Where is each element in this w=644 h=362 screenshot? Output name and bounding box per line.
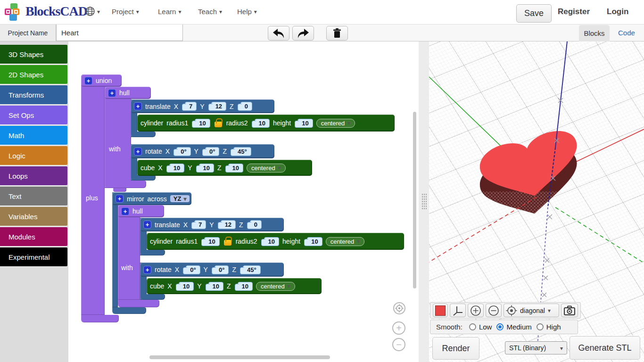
rotate1-z-field[interactable]: 45°: [233, 147, 251, 156]
blockly-workspace[interactable]: union plus hull with translate X 7 Y 12 …: [68, 41, 419, 362]
mutator-plus-icon[interactable]: [134, 148, 142, 156]
zoom-in-button[interactable]: [468, 304, 484, 317]
cube1-block[interactable]: cube X 10 Y 10 Z 10 centered: [137, 160, 312, 176]
radio-smooth-medium[interactable]: [496, 323, 504, 330]
tab-blocks[interactable]: Blocks: [579, 25, 610, 41]
cylinder2-radius2-field[interactable]: 10: [264, 237, 279, 246]
redo-button[interactable]: [292, 26, 314, 41]
trash-button[interactable]: [326, 26, 348, 41]
cylinder2-radius1-field[interactable]: 10: [204, 237, 219, 246]
cube2-x-field[interactable]: 10: [179, 282, 194, 291]
category-loops[interactable]: Loops: [0, 166, 67, 185]
cylinder1-radius1-field[interactable]: 10: [195, 119, 210, 128]
category-variables[interactable]: Variables: [0, 207, 67, 226]
radio-smooth-high-label[interactable]: High: [546, 323, 561, 331]
login-link[interactable]: Login: [607, 7, 628, 16]
workspace-zoom-in-button[interactable]: +: [392, 321, 405, 335]
menu-help[interactable]: Help: [237, 8, 257, 16]
undo-button[interactable]: [268, 26, 289, 41]
rotate1-block[interactable]: rotate X 0° Y 0° Z 45°: [131, 144, 274, 158]
menu-project[interactable]: Project: [112, 8, 139, 16]
mutator-plus-icon[interactable]: [108, 89, 116, 97]
rotate1-y-field[interactable]: 0°: [205, 147, 219, 156]
translate1-z-field[interactable]: 0: [240, 102, 252, 111]
language-menu[interactable]: [85, 6, 100, 16]
translate1-y-field[interactable]: 12: [211, 102, 226, 111]
cylinder1-radius2-field[interactable]: 10: [255, 119, 270, 128]
project-name-input[interactable]: [56, 25, 183, 41]
mutator-plus-icon[interactable]: [121, 207, 129, 215]
screenshot-button[interactable]: [561, 304, 578, 317]
category-3d-shapes[interactable]: 3D Shapes: [0, 45, 67, 64]
rotate2-x-field[interactable]: 0°: [186, 265, 200, 274]
radio-smooth-high[interactable]: [537, 323, 544, 330]
generate-stl-button[interactable]: Generate STL: [570, 336, 640, 360]
render-button[interactable]: Render: [432, 337, 479, 360]
category-experimental[interactable]: Experimental: [0, 247, 67, 266]
translate2-x-field[interactable]: 7: [194, 220, 206, 229]
category-2d-shapes[interactable]: 2D Shapes: [0, 65, 67, 84]
view-preset-control[interactable]: diagonal: [504, 304, 559, 317]
radio-smooth-medium-label[interactable]: Medium: [506, 323, 531, 331]
translate2-block[interactable]: translate X 7 Y 12 Z 0: [140, 218, 284, 231]
save-button[interactable]: Save: [516, 4, 552, 23]
rotate2-block[interactable]: rotate X 0° Y 0° Z 45°: [140, 263, 284, 277]
category-logic[interactable]: Logic: [0, 146, 67, 165]
radio-smooth-low-label[interactable]: Low: [479, 323, 492, 331]
cylinder1-block[interactable]: cylinder radius1 10 radius2 10 height 10…: [137, 115, 395, 132]
cube1-centered-dropdown[interactable]: centered: [247, 164, 286, 173]
tab-code[interactable]: Code: [618, 29, 635, 37]
render-viewport[interactable]: diagonal Smooth: Low Medium High Render …: [429, 41, 644, 362]
mirror-block[interactable]: mirror across YZ: [112, 192, 191, 205]
mutator-plus-icon[interactable]: [143, 266, 151, 274]
cube1-y-field[interactable]: 10: [199, 164, 214, 173]
category-modules[interactable]: Modules: [0, 227, 67, 246]
menu-learn[interactable]: Learn: [158, 8, 181, 16]
vertical-scrollbar[interactable]: [413, 112, 416, 288]
cube2-block[interactable]: cube X 10 Y 10 Z 10 centered: [147, 278, 322, 294]
zoom-out-button[interactable]: [486, 304, 502, 317]
union-block[interactable]: union: [81, 74, 122, 87]
radio-smooth-low[interactable]: [469, 323, 476, 330]
category-set-ops[interactable]: Set Ops: [0, 106, 67, 124]
rotate2-y-field[interactable]: 0°: [215, 265, 229, 274]
cylinder2-block[interactable]: cylinder radius1 10 radius2 10 height 10…: [147, 233, 404, 250]
cube1-x-field[interactable]: 10: [169, 164, 184, 173]
cube1-z-field[interactable]: 10: [228, 164, 243, 173]
translate2-y-field[interactable]: 12: [221, 220, 236, 229]
category-text[interactable]: Text: [0, 187, 67, 206]
translate1-block[interactable]: translate X 7 Y 12 Z 0: [131, 99, 274, 113]
cylinder1-centered-dropdown[interactable]: centered: [316, 119, 355, 128]
cube2-y-field[interactable]: 10: [208, 282, 223, 291]
export-format-select[interactable]: STL (Binary): [505, 341, 567, 354]
rotate2-z-field[interactable]: 45°: [243, 265, 261, 274]
cylinder1-height-field[interactable]: 10: [297, 119, 313, 128]
category-math[interactable]: Math: [0, 126, 67, 145]
mutator-plus-icon[interactable]: [134, 102, 142, 110]
mutator-plus-icon[interactable]: [143, 221, 151, 229]
menu-teach[interactable]: Teach: [198, 8, 222, 16]
workspace-zoom-reset-button[interactable]: [393, 302, 405, 314]
mutator-plus-icon[interactable]: [116, 195, 124, 203]
hull1-block[interactable]: hull: [105, 87, 151, 99]
cylinder2-height-field[interactable]: 10: [307, 237, 322, 246]
lock-icon[interactable]: [224, 240, 231, 246]
axes-toggle-button[interactable]: [450, 304, 466, 317]
register-link[interactable]: Register: [558, 7, 590, 16]
view-preset-dropdown[interactable]: diagonal: [517, 307, 553, 314]
mirror-plane-dropdown[interactable]: YZ: [170, 195, 190, 202]
cube2-z-field[interactable]: 10: [238, 282, 253, 291]
color-picker-button[interactable]: [433, 304, 448, 317]
category-transforms[interactable]: Transforms: [0, 85, 67, 104]
workspace-zoom-out-button[interactable]: −: [392, 338, 405, 351]
cube2-centered-dropdown[interactable]: centered: [256, 282, 295, 291]
translate1-x-field[interactable]: 7: [185, 102, 197, 111]
horizontal-scrollbar[interactable]: [149, 355, 330, 359]
cylinder2-centered-dropdown[interactable]: centered: [326, 237, 365, 246]
lock-icon[interactable]: [215, 122, 222, 127]
translate2-z-field[interactable]: 0: [250, 220, 262, 229]
panel-resize-divider[interactable]: [419, 41, 429, 362]
rotate1-x-field[interactable]: 0°: [176, 147, 190, 156]
hull2-block[interactable]: hull: [118, 205, 164, 217]
mutator-plus-icon[interactable]: [84, 77, 92, 85]
